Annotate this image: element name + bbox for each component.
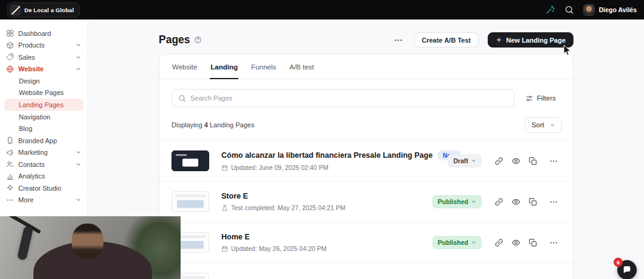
sidebar-label: Analytics	[18, 172, 45, 180]
dashboard-icon	[6, 29, 14, 37]
sidebar-item-contacts[interactable]: Contacts	[0, 158, 88, 171]
chat-bubble-icon	[622, 265, 632, 275]
chevron-down-icon	[550, 122, 555, 128]
table-row[interactable]: Store E Test completed: May 27, 2025 04:…	[159, 181, 573, 222]
page-options-menu-button[interactable]	[392, 35, 405, 45]
tab-website[interactable]: Website	[171, 54, 198, 79]
sort-dropdown[interactable]: Sort	[525, 117, 562, 133]
mobile-icon	[6, 136, 14, 144]
status-dropdown[interactable]: Draft	[448, 154, 482, 168]
new-landing-page-button[interactable]: New Landing Page	[488, 32, 573, 48]
sidebar-item-branded-app[interactable]: Branded App	[0, 135, 88, 147]
sidebar-item-creator-studio[interactable]: Creator Studio	[0, 182, 88, 194]
chevron-down-icon	[75, 42, 81, 48]
megaphone-icon	[6, 149, 14, 157]
sidebar-item-blog[interactable]: Blog	[0, 123, 88, 135]
user-menu[interactable]: Diego Avilés	[583, 4, 637, 16]
search-input-container	[171, 89, 514, 107]
results-summary: Displaying 4 Landing Pages	[171, 121, 254, 129]
sidebar-item-website[interactable]: Website	[0, 63, 88, 76]
row-menu-button[interactable]	[545, 193, 562, 210]
sidebar-label: Dashboard	[18, 30, 51, 37]
landing-pages-list: Cómo alcanzar la libertad financiera Pre…	[159, 140, 573, 279]
microphone	[17, 225, 33, 261]
box-icon	[6, 41, 14, 49]
kebab-icon	[549, 238, 558, 247]
sidebar-item-website-pages[interactable]: Website Pages	[0, 87, 88, 99]
tab-landing[interactable]: Landing	[210, 54, 238, 79]
tag-icon	[6, 53, 14, 61]
duplicate-button[interactable]	[524, 152, 541, 169]
user-name: Diego Avilés	[599, 6, 637, 13]
sidebar-item-marketing[interactable]: Marketing	[0, 147, 88, 159]
chat-launcher-button[interactable]: 6	[617, 260, 637, 279]
chevron-down-icon	[75, 149, 81, 155]
avatar	[583, 4, 595, 16]
sidebar-item-design[interactable]: Design	[0, 75, 88, 87]
status-dropdown[interactable]: Published	[432, 236, 482, 249]
preview-button[interactable]	[507, 234, 524, 251]
sidebar-item-more[interactable]: More	[0, 194, 88, 207]
page-thumbnail	[171, 191, 209, 212]
duplicate-icon	[528, 197, 538, 207]
chevron-down-icon	[75, 54, 81, 60]
microphone-arm	[0, 216, 41, 234]
duplicate-button[interactable]	[524, 234, 541, 251]
table-row-partial[interactable]	[159, 263, 573, 279]
webcam-overlay	[0, 216, 181, 279]
filters-button[interactable]: Filters	[519, 89, 562, 107]
sidebar-item-sales[interactable]: Sales	[0, 51, 88, 63]
create-ab-test-button[interactable]: Create A/B Test	[414, 32, 479, 48]
ellipsis-icon	[6, 196, 14, 204]
sidebar-item-dashboard[interactable]: Dashboard	[0, 27, 88, 40]
status-dropdown[interactable]: Published	[432, 195, 482, 208]
workspace-switcher[interactable]: De Local a Global	[7, 2, 80, 18]
table-row[interactable]: Cómo alcanzar la libertad financiera Pre…	[159, 140, 573, 181]
row-menu-button[interactable]	[545, 234, 562, 251]
copy-link-button[interactable]	[490, 152, 507, 169]
eye-icon	[511, 197, 521, 207]
chevron-down-icon	[471, 158, 476, 163]
tab-bar: Website Landing Funnels A/B test	[159, 54, 573, 79]
pages-card: Website Landing Funnels A/B test Filters	[159, 54, 573, 279]
magic-wand-button[interactable]	[545, 5, 555, 15]
mouse-cursor	[563, 44, 572, 56]
table-row[interactable]: Home E Updated: May 26, 2025 04:20 PM Pu…	[159, 222, 573, 263]
chevron-down-icon	[75, 197, 81, 203]
page-thumbnail	[171, 150, 209, 171]
link-icon	[494, 157, 504, 166]
sidebar-item-products[interactable]: Products	[0, 40, 88, 52]
chevron-down-icon	[471, 199, 476, 204]
sidebar-label: Website	[18, 65, 44, 72]
chevron-down-icon	[471, 240, 476, 245]
copy-link-button[interactable]	[490, 193, 507, 210]
search-icon[interactable]	[564, 5, 574, 15]
topbar: De Local a Global Diego Avilés	[0, 0, 644, 19]
person-head	[72, 224, 103, 259]
row-menu-button[interactable]	[545, 152, 562, 169]
page-title-text: Store E	[221, 192, 248, 200]
eye-icon	[511, 238, 521, 247]
search-icon	[178, 94, 186, 102]
page-meta: Test completed: May 27, 2025 04:21 PM	[221, 204, 432, 211]
bar-chart-icon	[6, 172, 14, 180]
duplicate-icon	[528, 157, 538, 166]
chevron-down-icon	[75, 161, 81, 168]
page-meta: Updated: June 09, 2025 02:40 PM	[221, 164, 448, 171]
copy-link-button[interactable]	[490, 234, 507, 251]
sidebar-item-navigation[interactable]: Navigation	[0, 111, 88, 123]
duplicate-button[interactable]	[524, 193, 541, 210]
sidebar-item-analytics[interactable]: Analytics	[0, 171, 88, 183]
eye-icon	[511, 157, 521, 166]
kebab-icon	[549, 197, 558, 207]
tab-funnels[interactable]: Funnels	[251, 54, 277, 79]
kebab-icon	[549, 157, 558, 166]
chat-unread-badge: 6	[614, 258, 623, 267]
search-input[interactable]	[190, 94, 508, 102]
sidebar-label: Products	[18, 41, 44, 49]
preview-button[interactable]	[507, 152, 524, 169]
preview-button[interactable]	[507, 193, 524, 210]
sidebar-item-landing-pages[interactable]: Landing Pages	[4, 99, 83, 111]
tab-ab-test[interactable]: A/B test	[289, 54, 314, 79]
help-icon[interactable]	[194, 36, 202, 44]
